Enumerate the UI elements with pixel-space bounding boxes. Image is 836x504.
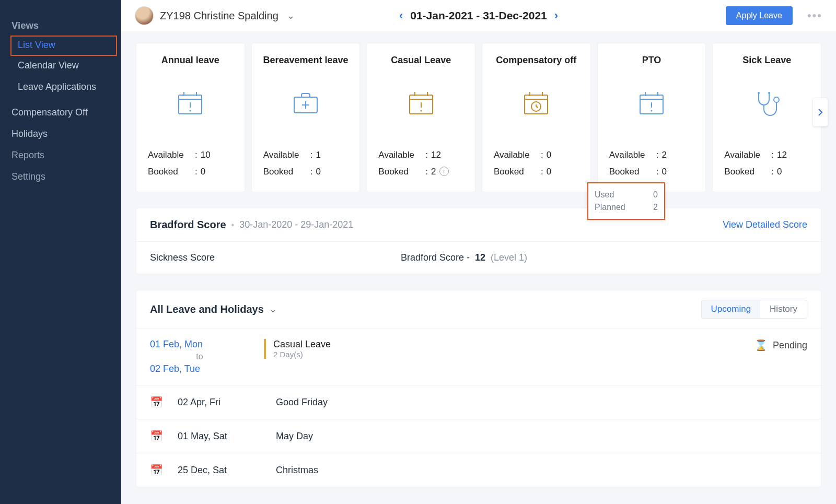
calendar-alert-icon — [408, 89, 435, 118]
chevron-down-icon[interactable]: ⌄ — [269, 303, 277, 315]
apply-leave-button[interactable]: Apply Leave — [726, 6, 793, 25]
sidebar-section-views: Views — [0, 15, 121, 37]
leave-card-title: Sick Leave — [742, 55, 791, 66]
allleave-title[interactable]: All Leave and Holidays — [150, 303, 264, 315]
sickness-score-label: Sickness Score — [150, 252, 215, 263]
sidebar-item-leave-applications[interactable]: Leave Applications — [0, 76, 121, 98]
leave-card-bereavement[interactable]: Bereavement leave Available:1 Booked:0 — [251, 43, 361, 192]
leave-type: Casual Leave — [273, 339, 331, 350]
leave-days: 2 Day(s) — [273, 350, 331, 359]
sidebar-item-holidays[interactable]: Holidays — [0, 123, 121, 145]
holiday-row[interactable]: 📅 25 Dec, Sat Christmas — [136, 453, 821, 487]
calendar-icon: 📅 — [150, 464, 163, 476]
leave-entry-row[interactable]: 01 Feb, Mon to 02 Feb, Tue Casual Leave … — [136, 328, 821, 385]
tab-history[interactable]: History — [760, 300, 807, 318]
medical-kit-icon — [292, 89, 319, 118]
holiday-name: May Day — [276, 431, 313, 442]
svg-point-27 — [651, 110, 652, 111]
leave-card-pto[interactable]: PTO Available:2 Booked:0 — [597, 43, 706, 192]
cards-next-icon[interactable] — [813, 98, 828, 126]
date-next-icon[interactable]: › — [554, 9, 558, 22]
leave-from-date: 01 Feb, Mon — [150, 339, 249, 350]
calendar-icon: 📅 — [150, 396, 163, 408]
calendar-clock-icon — [522, 89, 550, 118]
svg-line-21 — [536, 107, 538, 108]
sidebar-item-list-view-highlight: List View — [10, 36, 117, 56]
allleave-tabs: Upcoming History — [701, 300, 807, 319]
sidebar-item-settings[interactable]: Settings — [0, 166, 121, 187]
content: Annual leave Available:10 Booked:0 Berea… — [121, 31, 836, 487]
bradford-panel: Bradford Score • 30-Jan-2020 - 29-Jan-20… — [136, 208, 821, 274]
svg-point-14 — [420, 110, 422, 111]
bradford-score-label: Bradford Score - — [401, 252, 470, 263]
sidebar-item-reports[interactable]: Reports — [0, 145, 121, 166]
bradford-range: 30-Jan-2020 - 29-Jan-2021 — [239, 219, 353, 230]
date-range-selector: ‹ 01-Jan-2021 - 31-Dec-2021 › — [399, 9, 558, 22]
sidebar-item-list-view[interactable]: List View — [18, 40, 110, 51]
bradford-score-value: 12 — [475, 252, 485, 263]
leave-card-title: Casual Leave — [391, 55, 451, 66]
leave-card-title: PTO — [642, 55, 661, 66]
topbar: ZY198 Christine Spalding ⌄ ‹ 01-Jan-2021… — [121, 0, 836, 31]
tab-upcoming[interactable]: Upcoming — [702, 300, 761, 318]
user-selector-label[interactable]: ZY198 Christine Spalding — [160, 10, 278, 22]
calendar-icon: 📅 — [150, 430, 163, 442]
avatar[interactable] — [135, 6, 154, 25]
calendar-alert-icon — [638, 89, 665, 118]
leave-status: ⌛ Pending — [754, 339, 807, 351]
calendar-alert-icon — [177, 89, 204, 118]
holiday-date: 02 Apr, Fri — [178, 397, 261, 408]
date-prev-icon[interactable]: ‹ — [399, 9, 403, 22]
info-icon[interactable]: i — [439, 167, 449, 176]
leave-card-title: Bereavement leave — [263, 55, 348, 66]
holiday-row[interactable]: 📅 02 Apr, Fri Good Friday — [136, 385, 821, 419]
leave-card-compoff[interactable]: Compensatory off Available:0 Booked:0 — [482, 43, 591, 192]
svg-point-5 — [190, 110, 191, 111]
leave-to-label: to — [150, 352, 249, 361]
chevron-down-icon[interactable]: ⌄ — [287, 10, 295, 21]
main: ZY198 Christine Spalding ⌄ ‹ 01-Jan-2021… — [121, 0, 836, 504]
leave-card-casual[interactable]: Casual Leave Available:12 Booked:2i — [366, 43, 475, 192]
holiday-date: 01 May, Sat — [178, 431, 261, 442]
leave-card-sick[interactable]: Sick Leave Available:12 Booked:0 — [712, 43, 821, 192]
leave-cards-row: Annual leave Available:10 Booked:0 Berea… — [136, 43, 821, 192]
leave-to-date: 02 Feb, Tue — [150, 364, 249, 374]
sidebar-item-compensatory-off[interactable]: Compensatory Off — [0, 102, 121, 123]
stethoscope-icon — [752, 89, 782, 118]
sidebar: Views List View Calendar View Leave Appl… — [0, 0, 121, 504]
holiday-date: 25 Dec, Sat — [178, 465, 261, 476]
date-range-label[interactable]: 01-Jan-2021 - 31-Dec-2021 — [410, 9, 547, 22]
svg-point-29 — [758, 92, 760, 94]
leave-card-title: Annual leave — [161, 55, 219, 66]
bradford-level: (Level 1) — [491, 252, 527, 263]
hourglass-icon: ⌛ — [754, 339, 768, 351]
holiday-name: Good Friday — [276, 397, 328, 408]
leave-card-annual[interactable]: Annual leave Available:10 Booked:0 — [136, 43, 245, 192]
bradford-title: Bradford Score — [150, 219, 226, 231]
bradford-detail-link[interactable]: View Detailed Score — [723, 219, 807, 230]
booked-breakdown-tooltip: Used0 Planned2 — [587, 182, 665, 220]
holiday-row[interactable]: 📅 01 May, Sat May Day — [136, 419, 821, 453]
svg-point-28 — [774, 97, 779, 102]
sidebar-item-calendar-view[interactable]: Calendar View — [0, 55, 121, 76]
svg-point-30 — [768, 92, 770, 94]
allleave-panel: All Leave and Holidays ⌄ Upcoming Histor… — [136, 290, 821, 487]
more-menu-icon[interactable]: ••• — [807, 9, 822, 22]
holiday-name: Christmas — [276, 465, 318, 476]
leave-card-title: Compensatory off — [496, 55, 576, 66]
